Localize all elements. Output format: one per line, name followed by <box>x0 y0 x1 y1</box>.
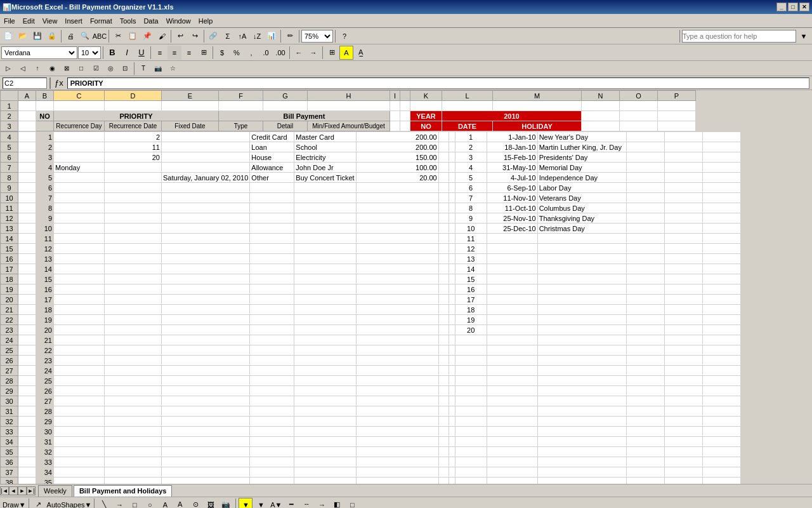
cell-i9[interactable] <box>438 183 449 193</box>
cell-j13[interactable] <box>449 224 455 234</box>
cell-2-29[interactable] <box>54 386 105 396</box>
restore-button[interactable]: □ <box>788 3 798 11</box>
cell-o2[interactable] <box>620 111 658 121</box>
cell-j21[interactable] <box>449 305 455 315</box>
cell-6-35[interactable] <box>294 447 356 457</box>
cell-d6[interactable]: 20 <box>105 152 162 163</box>
cell-11-24[interactable] <box>487 335 537 345</box>
cell-9-26[interactable] <box>449 356 455 366</box>
cell-6-34[interactable] <box>294 437 356 447</box>
cell-l18[interactable] <box>487 274 537 284</box>
cell-c10[interactable] <box>54 193 105 203</box>
cell-14-30[interactable] <box>664 396 702 406</box>
close-button[interactable]: ✕ <box>799 3 809 11</box>
col-o-header[interactable]: O <box>620 91 658 101</box>
cell-d3-recdate[interactable]: Recurrence Date <box>105 121 162 131</box>
cell-m22[interactable] <box>537 315 626 325</box>
cell-5-32[interactable] <box>250 417 294 427</box>
cell-7-27[interactable] <box>356 366 438 376</box>
cell-14-25[interactable] <box>664 345 702 356</box>
cell-a23[interactable] <box>18 325 36 335</box>
tb3-btn1[interactable]: ▷ <box>1 62 15 76</box>
cell-7-26[interactable] <box>356 356 438 366</box>
cell-g19[interactable] <box>294 284 356 295</box>
spreadsheet-area[interactable]: A B C D E F G H I K L M N O P <box>0 90 812 484</box>
cell-1-30[interactable]: 27 <box>36 396 54 406</box>
cell-1-33[interactable]: 30 <box>36 427 54 437</box>
cell-m21[interactable] <box>537 305 626 315</box>
cell-b1[interactable] <box>36 101 54 111</box>
cell-l4[interactable]: 1-Jan-10 <box>487 132 537 142</box>
cell-n22[interactable] <box>626 315 664 325</box>
cell-f1[interactable] <box>219 101 263 111</box>
minimize-button[interactable]: _ <box>776 3 787 11</box>
permission-button[interactable]: 🔒 <box>45 29 59 43</box>
cell-b20[interactable]: 17 <box>36 295 54 305</box>
cell-14-26[interactable] <box>664 356 702 366</box>
cell-a9[interactable] <box>18 183 36 193</box>
tab-prev-button[interactable]: ◄ <box>9 486 18 495</box>
font-color-button[interactable]: A̲ <box>354 46 368 60</box>
cell-m9[interactable]: Labor Day <box>537 183 626 193</box>
col-c-header[interactable]: C <box>54 91 105 101</box>
cell-11-35[interactable] <box>487 447 537 457</box>
cell-j4[interactable] <box>449 132 455 142</box>
cell-o23[interactable] <box>664 325 702 335</box>
cell-j9[interactable] <box>449 183 455 193</box>
cell-n8[interactable] <box>626 173 664 183</box>
dash-style-btn[interactable]: ╌ <box>299 498 313 509</box>
cell-l12[interactable]: 25-Nov-10 <box>487 213 537 224</box>
cell-11-30[interactable] <box>487 396 537 406</box>
cell-b10[interactable]: 7 <box>36 193 54 203</box>
shadow-btn[interactable]: ◧ <box>330 498 344 509</box>
cell-13-24[interactable] <box>626 335 664 345</box>
cell-c17[interactable] <box>54 264 105 274</box>
cell-e7[interactable] <box>162 163 250 173</box>
cell-g3-detail[interactable]: Detail <box>263 121 308 131</box>
cell-a18[interactable] <box>18 274 36 284</box>
cell-a8[interactable] <box>18 173 36 183</box>
menu-data[interactable]: Data <box>140 14 162 27</box>
col-g-header[interactable]: G <box>263 91 308 101</box>
cell-9-28[interactable] <box>449 376 455 386</box>
cell-13-32[interactable] <box>626 417 664 427</box>
cell-2-32[interactable] <box>54 417 105 427</box>
cell-4-29[interactable] <box>162 386 250 396</box>
comma-button[interactable]: , <box>244 46 258 60</box>
cell-7-32[interactable] <box>356 417 438 427</box>
font-select[interactable]: Verdana <box>1 46 77 59</box>
cell-l22[interactable] <box>487 315 537 325</box>
cell-d13[interactable] <box>105 224 162 234</box>
cell-e1[interactable] <box>162 101 219 111</box>
cell-f12[interactable] <box>250 213 294 224</box>
cell-6-38[interactable] <box>294 478 356 485</box>
cell-a17[interactable] <box>18 264 36 274</box>
cell-a10[interactable] <box>18 193 36 203</box>
cell-10-24[interactable] <box>455 335 487 345</box>
cell-8-29[interactable] <box>438 386 449 396</box>
cell-m10[interactable]: Veterans Day <box>537 193 626 203</box>
cell-6-33[interactable] <box>294 427 356 437</box>
cell-13-38[interactable] <box>626 478 664 485</box>
decrease-decimal-button[interactable]: .00 <box>273 46 287 60</box>
cell-n17[interactable] <box>626 264 664 274</box>
cell-d18[interactable] <box>105 274 162 284</box>
cell-12-35[interactable] <box>537 447 626 457</box>
borders-button[interactable]: ⊞ <box>325 46 339 60</box>
cell-h23[interactable] <box>356 325 438 335</box>
cell-b7[interactable]: 4 <box>36 163 54 173</box>
cell-p15[interactable] <box>702 244 740 254</box>
tb3-btn11[interactable]: 📷 <box>151 62 165 76</box>
cell-p18[interactable] <box>702 274 740 284</box>
bold-button[interactable]: B <box>105 46 119 60</box>
cell-n21[interactable] <box>626 305 664 315</box>
cell-f22[interactable] <box>250 315 294 325</box>
cell-15-24[interactable] <box>702 335 740 345</box>
cell-6-25[interactable] <box>294 345 356 356</box>
col-n-header[interactable]: N <box>582 91 620 101</box>
cell-l6[interactable]: 15-Feb-10 <box>487 152 537 163</box>
cell-m1[interactable] <box>493 101 582 111</box>
formula-input[interactable]: PRIORITY <box>67 77 809 89</box>
cell-k4[interactable]: 1 <box>455 132 487 142</box>
cell-i20[interactable] <box>438 295 449 305</box>
